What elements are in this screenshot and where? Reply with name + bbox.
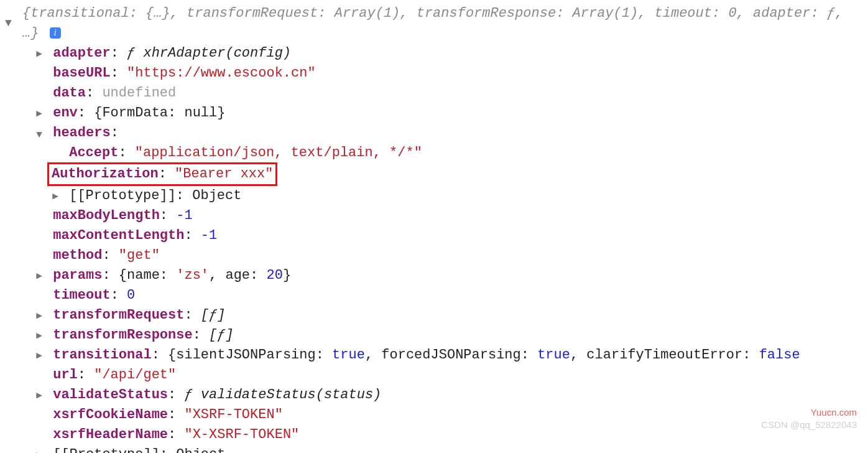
function-signature: ƒ validateStatus(status): [184, 387, 381, 403]
expand-arrow-icon[interactable]: ▶: [35, 307, 44, 325]
inline-value: 'zs': [176, 268, 209, 283]
property-key: [[Prototype]]: [53, 447, 160, 453]
property-url[interactable]: url: "/api/get": [5, 365, 863, 385]
property-key: validateStatus: [53, 387, 168, 403]
property-headers-prototype[interactable]: ▶ [[Prototype]]: Object: [5, 186, 863, 206]
property-headers-authorization[interactable]: Authorization: "Bearer xxx": [5, 162, 863, 186]
property-headers-accept[interactable]: Accept: "application/json, text/plain, *…: [5, 143, 863, 163]
property-value: -1: [201, 228, 217, 243]
property-key: Accept: [69, 145, 118, 161]
property-xsrfcookiename[interactable]: xsrfCookieName: "XSRF-TOKEN": [5, 405, 863, 425]
property-value: "XSRF-TOKEN": [184, 407, 282, 423]
property-value: "Bearer xxx": [175, 166, 273, 182]
property-data[interactable]: data: undefined: [5, 83, 863, 103]
property-key: timeout: [53, 287, 110, 303]
property-env[interactable]: ▶ env: {FormData: null}: [5, 103, 863, 123]
property-key: baseURL: [53, 65, 110, 81]
property-value: undefined: [102, 85, 176, 101]
property-key: transitional: [53, 347, 151, 363]
inline-text: , clarifyTimeoutError:: [570, 347, 759, 363]
expand-arrow-icon[interactable]: ▶: [35, 386, 44, 405]
property-maxbodylength[interactable]: maxBodyLength: -1: [5, 206, 863, 226]
property-value: "X-XSRF-TOKEN": [184, 427, 299, 442]
collapse-arrow-icon[interactable]: ▼: [35, 126, 44, 144]
expand-arrow-icon[interactable]: ▶: [35, 327, 44, 345]
property-validatestatus[interactable]: ▶ validateStatus: ƒ validateStatus(statu…: [5, 385, 863, 405]
property-transformresponse[interactable]: ▶ transformResponse: [ƒ]: [5, 325, 863, 345]
property-key: data: [53, 85, 86, 101]
expand-arrow-icon[interactable]: ▶: [51, 187, 60, 206]
property-transformrequest[interactable]: ▶ transformRequest: [ƒ]: [5, 306, 863, 325]
property-key: maxContentLength: [53, 228, 184, 243]
property-key: url: [53, 367, 78, 383]
inline-text: {name:: [119, 268, 176, 283]
inline-text: }: [283, 268, 291, 283]
property-value: 0: [127, 287, 135, 303]
property-transitional[interactable]: ▶ transitional: {silentJSONParsing: true…: [5, 345, 863, 365]
property-key: method: [53, 248, 102, 263]
info-icon[interactable]: i: [50, 27, 61, 39]
expand-arrow-icon[interactable]: ▶: [35, 267, 44, 286]
property-key: transformResponse: [53, 327, 192, 343]
property-key: transformRequest: [53, 307, 184, 323]
property-value: {FormData: null}: [94, 105, 225, 121]
property-headers[interactable]: ▼ headers:: [5, 123, 863, 143]
property-value: Object: [192, 188, 241, 203]
property-value: "get": [119, 248, 160, 263]
inline-value: true: [332, 347, 365, 363]
property-method[interactable]: method: "get": [5, 246, 863, 266]
object-summary-row[interactable]: ▼ {transitional: {…}, transformRequest: …: [5, 4, 863, 44]
property-value: "https://www.escook.cn": [127, 65, 316, 81]
object-summary-text: {transitional: {…}, transformRequest: Ar…: [22, 6, 843, 41]
property-timeout[interactable]: timeout: 0: [5, 286, 863, 306]
property-adapter[interactable]: ▶ adapter: ƒ xhrAdapter(config): [5, 44, 863, 63]
expand-arrow-icon[interactable]: ▶: [35, 45, 44, 63]
inline-text: , forcedJSONParsing:: [365, 347, 537, 363]
expand-arrow-icon[interactable]: ▶: [35, 105, 44, 123]
property-params[interactable]: ▶ params: {name: 'zs', age: 20}: [5, 266, 863, 286]
watermark-csdn: CSDN @qq_52822043: [761, 418, 857, 432]
property-key: params: [53, 268, 102, 283]
property-maxcontentlength[interactable]: maxContentLength: -1: [5, 226, 863, 246]
highlight-box: Authorization: "Bearer xxx": [47, 162, 277, 186]
watermark-yuucn: Yuucn.com: [811, 406, 857, 419]
inline-value: 20: [266, 268, 282, 283]
property-baseurl[interactable]: baseURL: "https://www.escook.cn": [5, 63, 863, 83]
property-key: maxBodyLength: [53, 208, 160, 223]
property-prototype[interactable]: ▶ [[Prototype]]: Object: [5, 445, 863, 453]
property-key: xsrfHeaderName: [53, 427, 168, 442]
collapse-arrow-icon[interactable]: ▼: [5, 4, 22, 31]
property-xsrfheadername[interactable]: xsrfHeaderName: "X-XSRF-TOKEN": [5, 425, 863, 445]
inline-value: false: [759, 347, 800, 363]
inline-text: , age:: [209, 268, 266, 283]
property-value: Object: [176, 447, 225, 453]
inline-text: {silentJSONParsing:: [168, 347, 332, 363]
inline-value: true: [537, 347, 570, 363]
property-value: [ƒ]: [201, 307, 226, 323]
property-value: "/api/get": [94, 367, 176, 383]
property-key: adapter: [53, 45, 110, 61]
function-signature: ƒ xhrAdapter(config): [127, 45, 291, 61]
property-value: -1: [176, 208, 192, 223]
expand-arrow-icon[interactable]: ▶: [35, 446, 44, 453]
property-value: "application/json, text/plain, */*": [135, 145, 422, 161]
expand-arrow-icon[interactable]: ▶: [35, 347, 44, 365]
property-key: xsrfCookieName: [53, 407, 168, 423]
property-key: env: [53, 105, 78, 121]
property-value: [ƒ]: [209, 327, 234, 343]
property-key: Authorization: [52, 166, 159, 182]
property-key: headers: [53, 125, 110, 141]
property-key: [[Prototype]]: [69, 188, 176, 203]
